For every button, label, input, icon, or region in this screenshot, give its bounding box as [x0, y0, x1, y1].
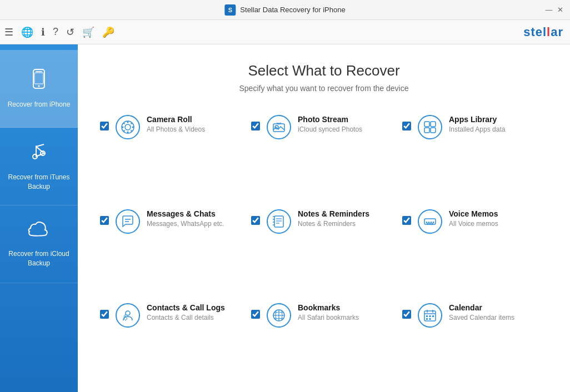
- svg-point-13: [123, 123, 124, 124]
- option-apps-library: Apps Library Installed Apps data: [402, 115, 548, 193]
- svg-rect-20: [431, 122, 436, 127]
- photo-stream-checkbox[interactable]: [251, 122, 260, 130]
- apps-library-checkbox[interactable]: [402, 122, 411, 130]
- apps-library-name: Apps Library: [449, 115, 548, 124]
- option-notes-reminders: Notes & Reminders Notes & Reminders: [251, 209, 397, 287]
- globe-icon[interactable]: 🌐: [21, 26, 33, 38]
- title-bar: S Stellar Data Recovery for iPhone — ✕: [0, 0, 570, 20]
- photo-stream-text: Photo Stream iCloud synced Photos: [298, 115, 397, 133]
- notes-reminders-icon: [267, 209, 291, 234]
- apps-library-icon: [418, 115, 442, 139]
- option-bookmarks: Bookmarks All Safari bookmarks: [251, 303, 397, 381]
- svg-point-2: [38, 85, 40, 87]
- toolbar: ☰ 🌐 ℹ ? ↺ 🛒 🔑 stellar: [0, 20, 570, 44]
- messages-chats-text: Messages & Chats Messages, WhatsApp etc.: [147, 209, 246, 228]
- messages-chats-desc: Messages, WhatsApp etc.: [147, 220, 246, 228]
- svg-rect-3: [34, 73, 43, 84]
- svg-point-16: [131, 130, 132, 131]
- sidebar-item-recover-itunes[interactable]: Recover from iTunes Backup: [0, 128, 78, 205]
- sidebar-item-icloud-label: Recover from iCloud Backup: [4, 249, 73, 268]
- close-button[interactable]: ✕: [556, 6, 564, 14]
- calendar-desc: Saved Calendar items: [449, 314, 548, 321]
- camera-roll-desc: All Photos & Videos: [147, 125, 246, 133]
- svg-rect-41: [432, 315, 434, 317]
- option-messages-chats: Messages & Chats Messages, WhatsApp etc.: [100, 209, 246, 287]
- bookmarks-text: Bookmarks All Safari bookmarks: [298, 303, 397, 321]
- svg-point-15: [123, 130, 124, 131]
- svg-point-8: [125, 124, 131, 130]
- voice-memos-desc: All Voice memos: [449, 220, 548, 228]
- voice-memos-icon: [418, 209, 442, 234]
- calendar-checkbox[interactable]: [402, 310, 411, 319]
- option-voice-memos: Voice Memos All Voice memos: [402, 209, 548, 287]
- svg-point-11: [122, 127, 124, 128]
- camera-roll-text: Camera Roll All Photos & Videos: [147, 115, 246, 133]
- info-icon[interactable]: ℹ: [41, 26, 45, 38]
- contacts-calllogs-desc: Contacts & Call details: [147, 314, 246, 321]
- content-title: Select What to Recover: [89, 62, 559, 79]
- notes-reminders-name: Notes & Reminders: [298, 209, 397, 218]
- window-controls: — ✕: [544, 6, 564, 14]
- svg-rect-39: [426, 315, 428, 317]
- notes-reminders-checkbox[interactable]: [251, 216, 260, 225]
- svg-rect-22: [431, 128, 436, 133]
- option-calendar: Calendar Saved Calendar items: [402, 303, 548, 381]
- option-photo-stream: Photo Stream iCloud synced Photos: [251, 115, 397, 193]
- svg-rect-29: [424, 219, 436, 224]
- help-icon[interactable]: ?: [53, 26, 58, 38]
- stellar-brand: stellar: [523, 25, 563, 39]
- cart-icon[interactable]: 🛒: [82, 26, 94, 38]
- app-title: Stellar Data Recovery for iPhone: [240, 6, 345, 14]
- svg-line-5: [36, 144, 44, 147]
- minimize-button[interactable]: —: [544, 6, 553, 14]
- apps-library-desc: Installed Apps data: [449, 125, 548, 133]
- svg-point-10: [127, 132, 129, 133]
- content-area: Select What to Recover Specify what you …: [78, 44, 570, 392]
- sidebar-item-recover-iphone[interactable]: Recover from iPhone: [0, 50, 78, 128]
- messages-chats-name: Messages & Chats: [147, 209, 246, 218]
- messages-chats-checkbox[interactable]: [100, 216, 109, 225]
- app-logo-icon: S: [224, 4, 236, 16]
- bookmarks-checkbox[interactable]: [251, 310, 260, 319]
- svg-point-9: [127, 122, 129, 123]
- content-subtitle: Specify what you want to recover from th…: [89, 84, 559, 93]
- camera-roll-checkbox[interactable]: [100, 122, 109, 130]
- sidebar-item-recover-icloud[interactable]: Recover from iCloud Backup: [0, 205, 78, 283]
- notes-reminders-desc: Notes & Reminders: [298, 220, 397, 228]
- voice-memos-checkbox[interactable]: [402, 216, 411, 225]
- svg-point-14: [131, 123, 132, 124]
- svg-rect-25: [274, 216, 283, 227]
- calendar-name: Calendar: [449, 303, 548, 312]
- sidebar-item-iphone-label: Recover from iPhone: [8, 100, 71, 109]
- key-icon[interactable]: 🔑: [102, 26, 114, 38]
- refresh-icon[interactable]: ↺: [66, 26, 74, 38]
- svg-rect-21: [424, 128, 429, 133]
- apps-library-text: Apps Library Installed Apps data: [449, 115, 548, 133]
- camera-roll-icon: [116, 115, 140, 139]
- camera-roll-name: Camera Roll: [147, 115, 246, 124]
- menu-icon[interactable]: ☰: [4, 26, 13, 38]
- sidebar-item-itunes-label: Recover from iTunes Backup: [4, 173, 73, 192]
- photo-stream-desc: iCloud synced Photos: [298, 125, 397, 133]
- icloud-icon: [27, 220, 51, 244]
- toolbar-left: ☰ 🌐 ℹ ? ↺ 🛒 🔑: [4, 26, 114, 38]
- svg-rect-1: [36, 71, 42, 72]
- title-bar-center: S Stellar Data Recovery for iPhone: [224, 4, 345, 16]
- svg-rect-19: [424, 122, 429, 127]
- contacts-calllogs-checkbox[interactable]: [100, 310, 109, 319]
- svg-rect-40: [429, 315, 431, 317]
- voice-memos-name: Voice Memos: [449, 209, 548, 218]
- option-camera-roll: Camera Roll All Photos & Videos: [100, 115, 246, 193]
- contacts-calllogs-name: Contacts & Call Logs: [147, 303, 246, 312]
- contacts-calllogs-icon: [116, 303, 140, 328]
- photo-stream-icon: [267, 115, 291, 139]
- main-layout: Recover from iPhone Recover from iTunes …: [0, 44, 570, 392]
- bookmarks-desc: All Safari bookmarks: [298, 314, 397, 321]
- iphone-icon: [28, 68, 49, 94]
- content-header: Select What to Recover Specify what you …: [78, 44, 570, 104]
- itunes-icon: [28, 141, 49, 167]
- notes-reminders-text: Notes & Reminders Notes & Reminders: [298, 209, 397, 228]
- bookmarks-icon: [267, 303, 291, 328]
- bookmarks-name: Bookmarks: [298, 303, 397, 312]
- contacts-calllogs-text: Contacts & Call Logs Contacts & Call det…: [147, 303, 246, 321]
